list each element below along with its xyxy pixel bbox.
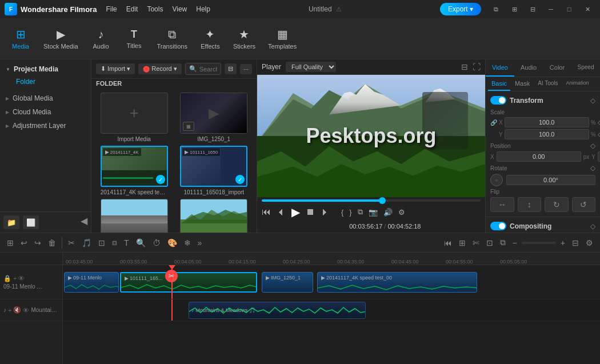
toolbar-templates[interactable]: ▦ Templates <box>263 25 301 52</box>
track-mute-button[interactable]: 🔇 <box>13 306 21 314</box>
media-item-vid2[interactable]: ✓ ▶ 101111_1650 101111_165018_import <box>176 146 253 195</box>
tab-speed[interactable]: Speed <box>571 59 600 77</box>
compare-icon[interactable]: ⊟ <box>461 62 468 71</box>
media-item-img1250[interactable]: ▶ ▦ IMG_1250_1 <box>176 93 253 142</box>
transform-toggle[interactable] <box>490 96 506 105</box>
rotate-input[interactable] <box>506 175 595 185</box>
compositing-keyframe-icon[interactable]: ◇ <box>590 222 595 230</box>
timeline-speed[interactable]: ⏱ <box>150 237 163 249</box>
import-media-item[interactable]: + Import Media <box>96 93 173 142</box>
media-item-vid4[interactable] <box>176 199 253 233</box>
toolbar-stickers[interactable]: ★ Stickers <box>229 25 260 52</box>
rotate-keyframe-icon[interactable]: ◇ <box>590 164 595 172</box>
flip-ccw-button[interactable]: ↺ <box>572 197 596 212</box>
toolbar-stock-media[interactable]: ▶ Stock Media <box>39 25 83 52</box>
mark-in-button[interactable]: { <box>341 208 343 217</box>
timeline-zoom[interactable]: 🔍 <box>134 237 148 249</box>
collapse-panel-icon[interactable]: ◀ <box>81 215 87 229</box>
menu-edit[interactable]: Edit <box>126 5 138 13</box>
adjustment-layer-item[interactable]: ▶ Adjustment Layer <box>0 119 91 133</box>
timeline-transition2[interactable]: ⧉ <box>498 237 508 249</box>
toolbar-audio[interactable]: ♪ Audio <box>86 26 116 52</box>
settings-button[interactable]: ⚙ <box>398 208 405 217</box>
toolbar-media[interactable]: ⊞ Media <box>6 25 35 52</box>
new-bin-button[interactable]: ⬜ <box>23 215 39 229</box>
subtab-ai-tools[interactable]: AI Tools <box>534 77 561 91</box>
toolbar-titles[interactable]: T Titles <box>119 26 149 51</box>
skip-back-button[interactable]: ⏮ <box>262 207 271 217</box>
stop-button[interactable]: ⏹ <box>306 207 315 217</box>
search-box[interactable]: 🔍 <box>185 63 221 75</box>
rotate-dial[interactable]: ○ <box>490 174 503 186</box>
media-thumb-vid4[interactable] <box>180 199 247 233</box>
tab-video[interactable]: Video <box>486 59 514 77</box>
timeline-color[interactable]: 🎨 <box>165 237 179 249</box>
link-icon[interactable]: 🔗 <box>490 119 497 126</box>
media-thumb-vid2[interactable]: ✓ ▶ 101111_1650 <box>180 146 247 187</box>
media-item-vid3[interactable] <box>96 199 173 233</box>
position-keyframe-icon[interactable]: ◇ <box>590 142 595 150</box>
timeline-grid[interactable]: ⊟ <box>570 237 581 249</box>
progress-bar[interactable] <box>262 199 481 202</box>
timeline-undo[interactable]: ↩ <box>18 237 30 249</box>
media-thumb-vid1[interactable]: ✓ ▶ 20141117_4K <box>101 146 168 187</box>
new-folder-button[interactable]: 📁 <box>3 215 19 229</box>
mark-out-button[interactable]: } <box>349 208 351 217</box>
prev-frame-button[interactable]: ⏴ <box>277 207 286 217</box>
export-button[interactable]: Export ▾ <box>440 3 481 15</box>
import-media-icon[interactable]: + <box>101 93 168 134</box>
flip-horizontal-button[interactable]: ↔ <box>490 197 514 212</box>
timeline-delete[interactable]: 🗑 <box>46 237 58 249</box>
timeline-redo[interactable]: ↪ <box>32 237 43 249</box>
progress-handle[interactable] <box>379 197 386 204</box>
scale-y-keyframe-icon[interactable]: ◇ <box>598 130 600 138</box>
project-media-header[interactable]: ▼ Project Media <box>5 63 86 75</box>
track-lock-button[interactable]: 🔒 <box>3 275 11 282</box>
volume-button[interactable]: 🔊 <box>383 208 393 217</box>
subtab-animation[interactable]: Animation <box>563 77 593 91</box>
timeline-text[interactable]: T <box>122 237 131 249</box>
scale-x-keyframe-icon[interactable]: ◇ <box>598 118 600 126</box>
track-hide-button[interactable]: 👁 <box>18 275 25 282</box>
timeline-zoom-slider[interactable] <box>522 242 556 244</box>
clip-menlo[interactable]: ▶ 09-11 Menlo <box>64 272 119 293</box>
timeline-split[interactable]: ⧈ <box>110 237 119 249</box>
timeline-select-tool[interactable]: ⊞ <box>5 237 16 249</box>
media-item-vid1[interactable]: ✓ ▶ 20141117_4K 20141117_4K speed test_0… <box>96 146 173 195</box>
flip-vertical-button[interactable]: ↕ <box>518 197 542 212</box>
media-thumb-img1250[interactable]: ▶ ▦ <box>180 93 247 134</box>
timeline-prev-clip[interactable]: ⏮ <box>442 237 454 249</box>
compositing-toggle[interactable] <box>490 222 506 230</box>
window-screen-btn[interactable]: ⊞ <box>506 3 522 15</box>
record-button[interactable]: ⬤ Record ▾ <box>138 63 182 74</box>
fullscreen-icon[interactable]: ⛶ <box>473 62 481 71</box>
timeline-more[interactable]: » <box>195 237 205 249</box>
track-eye-button[interactable]: 👁 <box>23 307 29 314</box>
track-add-button[interactable]: + <box>13 275 17 282</box>
global-media-item[interactable]: ▶ Global Media <box>0 91 91 105</box>
pip-btn[interactable]: ⊟ <box>525 3 541 15</box>
position-x-input[interactable] <box>497 151 581 162</box>
menu-tools[interactable]: Tools <box>147 5 163 13</box>
subtab-mask[interactable]: Mask <box>511 77 533 91</box>
clip-img1250[interactable]: ▶ IMG_1250_1 <box>262 272 313 293</box>
next-frame-button[interactable]: ⏵ <box>321 207 330 217</box>
close-button[interactable]: ✕ <box>579 3 595 15</box>
toolbar-effects[interactable]: ✦ Effects <box>195 25 225 52</box>
transform-keyframe-icon[interactable]: ◇ <box>590 97 595 105</box>
more-options-button[interactable]: ··· <box>240 64 252 74</box>
subtab-basic[interactable]: Basic <box>488 77 510 91</box>
media-thumb-vid3[interactable] <box>101 199 168 233</box>
position-y-input[interactable] <box>598 151 600 162</box>
quality-select[interactable]: Full Quality <box>286 62 336 72</box>
window-icons-btn[interactable]: ⧉ <box>488 3 504 15</box>
folder-item[interactable]: Folder <box>5 75 86 88</box>
timeline-pip[interactable]: ⊞ <box>457 237 468 249</box>
tab-audio[interactable]: Audio <box>514 59 543 77</box>
timeline-crop[interactable]: ⊡ <box>96 237 107 249</box>
scale-y-input[interactable] <box>505 129 589 139</box>
clip-20141117[interactable]: ▶ 20141117_4K speed test_00 <box>317 272 477 293</box>
scale-x-input[interactable] <box>505 117 589 127</box>
menu-view[interactable]: View <box>172 5 187 13</box>
timeline-audio-detach[interactable]: 🎵 <box>79 237 94 249</box>
